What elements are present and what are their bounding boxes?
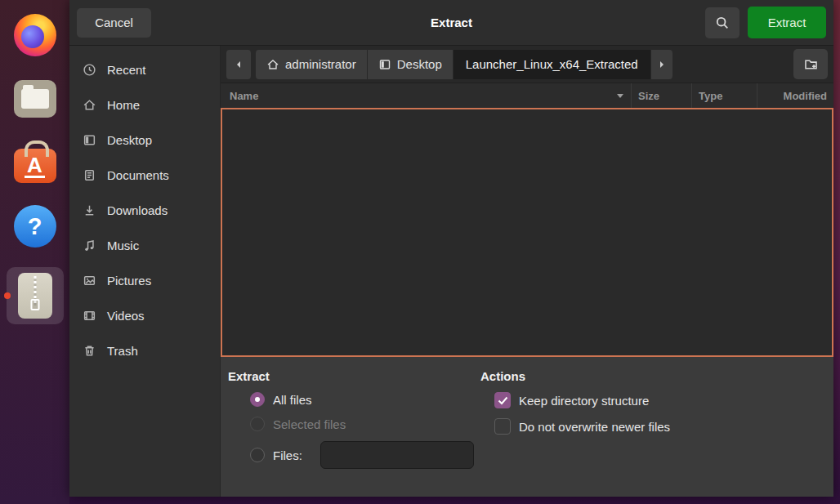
sidebar-item-pictures[interactable]: Pictures	[69, 263, 220, 298]
forward-button[interactable]	[651, 50, 672, 79]
sidebar-item-label: Trash	[107, 344, 138, 358]
back-button[interactable]	[226, 50, 251, 79]
home-icon	[83, 98, 96, 112]
sidebar-item-label: Music	[107, 239, 139, 252]
checkbox-unchecked-icon	[494, 418, 511, 435]
radio-unchecked-icon	[250, 448, 265, 462]
dock: A ?	[0, 0, 69, 504]
dock-item-files[interactable]	[7, 74, 64, 123]
breadcrumb-label: administrator	[285, 57, 356, 71]
sidebar: Recent Home Desktop Documents Downloads …	[69, 46, 221, 497]
extract-group-title: Extract	[228, 369, 480, 383]
radio-label: All files	[273, 393, 312, 407]
sidebar-item-recent[interactable]: Recent	[69, 52, 220, 87]
search-icon	[715, 16, 730, 30]
options-panel: Extract All files Selected files Files:	[221, 357, 833, 497]
recent-icon	[83, 63, 96, 77]
column-header-row: Name Size Type Modified	[221, 83, 833, 108]
ubuntu-software-icon: A	[14, 149, 56, 183]
dock-item-firefox[interactable]	[7, 11, 64, 60]
radio-files[interactable]: Files:	[250, 441, 480, 469]
videos-icon	[83, 309, 96, 323]
checkbox-label: Keep directory structure	[519, 394, 649, 408]
path-bar: administrator Desktop Launcher_Linux_x64…	[221, 46, 833, 83]
radio-all-files[interactable]: All files	[250, 392, 480, 407]
software-letter: A	[25, 154, 45, 178]
checkbox-checked-icon	[494, 392, 511, 408]
files-pattern-input[interactable]	[320, 441, 474, 469]
column-size[interactable]: Size	[631, 83, 691, 108]
sidebar-item-trash[interactable]: Trash	[69, 333, 220, 368]
sidebar-item-downloads[interactable]: Downloads	[69, 193, 220, 228]
music-icon	[83, 239, 96, 252]
new-folder-icon	[803, 56, 819, 72]
downloads-icon	[83, 203, 96, 217]
sidebar-item-label: Recent	[107, 63, 146, 77]
dock-item-ubuntu-software[interactable]: A	[7, 138, 64, 187]
cancel-button[interactable]: Cancel	[77, 8, 151, 38]
sidebar-item-label: Downloads	[107, 203, 168, 217]
help-icon: ?	[14, 205, 56, 248]
pictures-icon	[83, 274, 96, 288]
firefox-icon	[14, 14, 56, 56]
desktop-icon	[378, 58, 391, 71]
extract-options-group: Extract All files Selected files Files:	[228, 369, 480, 497]
trash-icon	[83, 344, 96, 358]
active-app-highlight	[7, 267, 64, 324]
new-folder-button[interactable]	[793, 49, 828, 79]
actions-group-title: Actions	[480, 369, 670, 383]
file-list[interactable]	[221, 108, 833, 357]
dock-item-archive-manager[interactable]	[7, 265, 64, 326]
dialog-title: Extract	[431, 16, 472, 29]
running-indicator-dot	[4, 292, 11, 299]
sidebar-item-music[interactable]: Music	[69, 228, 220, 263]
desktop-icon	[83, 133, 96, 147]
checkbox-keep-directory-structure[interactable]: Keep directory structure	[494, 392, 670, 408]
back-arrow-icon	[234, 60, 244, 69]
radio-label: Selected files	[273, 417, 346, 431]
sidebar-item-documents[interactable]: Documents	[69, 158, 220, 193]
breadcrumb-desktop[interactable]: Desktop	[368, 50, 453, 79]
sidebar-item-label: Documents	[107, 168, 169, 182]
documents-icon	[83, 168, 96, 182]
search-button[interactable]	[705, 7, 739, 38]
radio-checked-icon	[250, 392, 265, 407]
extract-button[interactable]: Extract	[748, 7, 826, 38]
home-icon	[266, 58, 279, 71]
column-name[interactable]: Name	[221, 83, 631, 108]
checkbox-label: Do not overwrite newer files	[519, 420, 670, 434]
radio-unchecked-icon	[250, 417, 265, 431]
header-bar: Cancel Extract Extract	[69, 0, 833, 46]
breadcrumb-administrator[interactable]: administrator	[256, 50, 367, 79]
sidebar-item-videos[interactable]: Videos	[69, 298, 220, 333]
sidebar-item-label: Home	[107, 98, 140, 112]
sidebar-item-label: Videos	[107, 309, 145, 323]
breadcrumb-label: Desktop	[397, 57, 442, 71]
column-modified[interactable]: Modified	[757, 83, 833, 108]
files-icon	[14, 80, 56, 118]
checkbox-do-not-overwrite[interactable]: Do not overwrite newer files	[494, 418, 670, 435]
breadcrumb-current-folder[interactable]: Launcher_Linux_x64_Extracted	[454, 50, 650, 79]
sidebar-item-label: Desktop	[107, 133, 152, 147]
column-type[interactable]: Type	[691, 83, 757, 108]
actions-options-group: Actions Keep directory structure Do not …	[480, 369, 670, 497]
sort-descending-icon	[616, 92, 624, 99]
sidebar-item-home[interactable]: Home	[69, 87, 220, 123]
sidebar-item-desktop[interactable]: Desktop	[69, 123, 220, 158]
archive-manager-icon	[18, 273, 52, 319]
forward-arrow-icon	[657, 60, 667, 69]
radio-label: Files:	[273, 448, 302, 462]
extract-dialog: Cancel Extract Extract Recent Home Desk	[69, 0, 833, 497]
sidebar-item-label: Pictures	[107, 274, 151, 288]
radio-selected-files: Selected files	[250, 417, 480, 431]
dock-item-help[interactable]: ?	[7, 202, 64, 251]
